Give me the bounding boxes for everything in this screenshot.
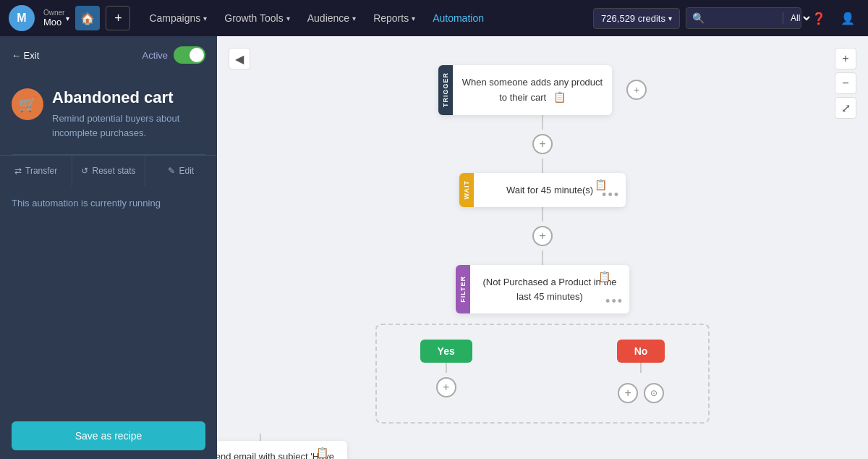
trigger-row: TRIGGER When someone adds any product to…	[438, 65, 647, 115]
owner-menu[interactable]: Owner Moo ▾	[41, 9, 69, 28]
add-yes-node-button[interactable]: +	[436, 377, 456, 397]
wait-node: WAIT Wait for 45 minute(s) 📋 •••	[459, 173, 626, 208]
no-connector	[640, 363, 642, 373]
zoom-out-button[interactable]: −	[835, 72, 856, 94]
no-add-button[interactable]: +	[618, 383, 638, 403]
home-button[interactable]: 🏠	[75, 6, 100, 30]
status-text: This automation is currently running	[12, 198, 161, 209]
trigger-right-connector: +	[626, 80, 647, 100]
canvas-content: TRIGGER When someone adds any product to…	[217, 36, 868, 459]
sidebar-actions: ⇄ Transfer ↺ Reset stats ✎ Edit	[0, 155, 217, 186]
wait-tag-text: WAIT	[463, 180, 470, 200]
transfer-button[interactable]: ⇄ Transfer	[0, 156, 72, 186]
yes-button[interactable]: Yes	[420, 340, 472, 363]
action-connector	[260, 434, 261, 441]
automation-title: Abandoned cart	[52, 88, 205, 107]
automation-avatar: 🛒	[12, 88, 43, 120]
automation-details: Abandoned cart Remind potential buyers a…	[52, 88, 205, 140]
trigger-node: TRIGGER When someone adds any product to…	[438, 65, 612, 115]
credits-chevron: ▾	[668, 14, 672, 22]
no-button[interactable]: No	[617, 340, 665, 363]
connector-1	[542, 115, 543, 130]
branch-section: Yes + No +	[231, 313, 854, 459]
trigger-tag-text: TRIGGER	[442, 72, 449, 107]
trigger-note-icon[interactable]: 📋	[553, 91, 566, 103]
credits-display[interactable]: 726,529 credits ▾	[593, 8, 680, 29]
connector-2	[542, 159, 543, 173]
trigger-content: When someone adds any product to their c…	[453, 65, 612, 115]
sidebar-footer: Save as recipe	[0, 413, 217, 459]
transfer-icon: ⇄	[14, 166, 22, 176]
filter-note-icon[interactable]: 📋	[598, 271, 610, 282]
filter-tag: FILTER	[456, 265, 470, 313]
logo: M	[9, 5, 35, 31]
filter-menu-icon[interactable]: •••	[605, 294, 624, 309]
trigger-tag: TRIGGER	[438, 65, 453, 115]
add-node-1-button[interactable]: +	[532, 134, 553, 154]
toggle-slider	[174, 46, 205, 64]
collapse-sidebar-button[interactable]: ◀	[229, 48, 250, 70]
top-navigation: M Owner Moo ▾ 🏠 + Campaigns ▾ Growth Too…	[0, 0, 868, 36]
user-menu-button[interactable]: 👤	[836, 7, 859, 30]
automation-status: This automation is currently running	[0, 186, 217, 220]
automation-canvas: ◀ + − ⤢ TRIGGER When someone adds	[217, 36, 868, 459]
reset-stats-button[interactable]: ↺ Reset stats	[72, 156, 145, 186]
flow-diagram: TRIGGER When someone adds any product to…	[231, 51, 854, 459]
exit-button[interactable]: ← Exit	[12, 50, 39, 61]
search-icon: 🔍	[692, 12, 705, 24]
connector-4	[542, 250, 543, 265]
edit-label: Edit	[179, 166, 194, 176]
wait-tag: WAIT	[459, 173, 474, 208]
zoom-in-button[interactable]: +	[835, 48, 856, 70]
nav-automation[interactable]: Automation	[425, 8, 491, 28]
filter-node: FILTER (Not Purchased a Product in the l…	[456, 265, 629, 313]
branch-container: Yes + No +	[375, 324, 710, 424]
search-input[interactable]	[707, 13, 780, 24]
edit-button[interactable]: ✎ Edit	[145, 156, 217, 186]
active-label: Active	[142, 50, 168, 61]
chevron-down-icon: ▾	[66, 14, 69, 22]
connector-3	[542, 207, 543, 222]
action-node: ACTION Then send email with subject 'Hav…	[217, 441, 347, 459]
fit-view-button[interactable]: ⤢	[835, 97, 856, 119]
action-section: ACTION Then send email with subject 'Hav…	[217, 434, 347, 459]
filter-tag-text: FILTER	[459, 276, 467, 303]
zoom-controls: + − ⤢	[835, 48, 856, 119]
trigger-placeholder-button[interactable]: +	[626, 80, 647, 100]
help-button[interactable]: ❓	[807, 7, 830, 30]
no-branch-actions: + ⊙	[618, 379, 664, 408]
active-toggle[interactable]	[174, 46, 205, 64]
edit-icon: ✎	[168, 166, 175, 176]
yes-branch: Yes +	[420, 340, 472, 402]
add-node-2-button[interactable]: +	[532, 226, 553, 246]
owner-name: Moo	[43, 17, 64, 28]
active-toggle-container: Active	[142, 46, 205, 64]
nav-audience[interactable]: Audience ▾	[300, 8, 363, 28]
save-recipe-button[interactable]: Save as recipe	[12, 421, 205, 450]
owner-info: Owner Moo	[43, 9, 64, 28]
transfer-label: Transfer	[25, 166, 57, 176]
save-recipe-label: Save as recipe	[75, 430, 142, 442]
nav-growth-tools[interactable]: Growth Tools ▾	[217, 8, 297, 28]
wait-menu-icon[interactable]: •••	[602, 188, 620, 203]
nav-menu: Campaigns ▾ Growth Tools ▾ Audience ▾ Re…	[142, 8, 491, 28]
avatar-icon: 🛒	[19, 96, 37, 113]
automation-info: 🛒 Abandoned cart Remind potential buyers…	[0, 74, 217, 154]
action-note-icon[interactable]: 📋	[316, 447, 328, 458]
main-layout: ← Exit Active 🛒 Abandoned cart Remind po…	[0, 36, 868, 459]
nav-reports[interactable]: Reports ▾	[366, 8, 422, 28]
yes-connector	[446, 363, 447, 373]
reset-label: Reset stats	[92, 166, 135, 176]
exit-label: ← Exit	[12, 50, 39, 61]
automation-description: Remind potential buyers about incomplete…	[52, 111, 205, 140]
no-end-button[interactable]: ⊙	[644, 383, 664, 403]
owner-label: Owner	[43, 9, 64, 17]
search-bar: 🔍 All	[686, 7, 801, 29]
nav-campaigns[interactable]: Campaigns ▾	[142, 8, 214, 28]
sidebar: ← Exit Active 🛒 Abandoned cart Remind po…	[0, 36, 217, 459]
reset-icon: ↺	[81, 166, 88, 176]
credits-value: 726,529 credits	[601, 13, 665, 24]
no-branch: No + ⊙	[617, 340, 665, 408]
sidebar-header: ← Exit Active	[0, 36, 217, 74]
add-button[interactable]: +	[106, 6, 130, 30]
